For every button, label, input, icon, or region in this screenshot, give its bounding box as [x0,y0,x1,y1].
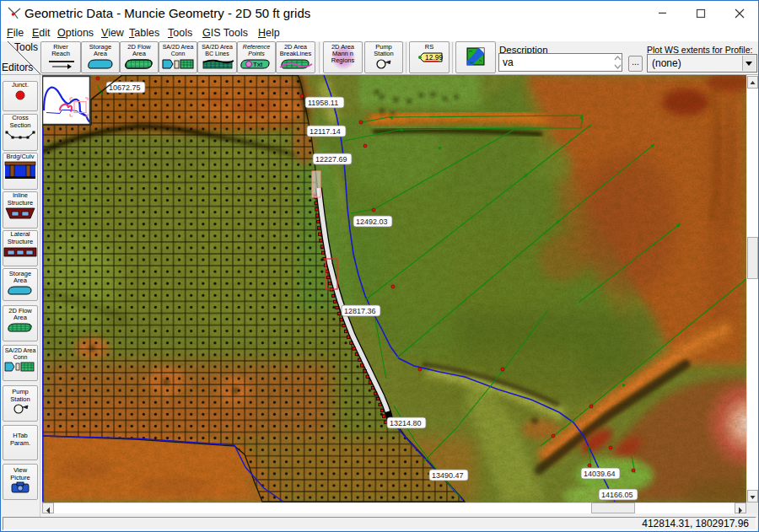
svg-text:Editors: Editors [2,62,33,73]
svg-text:12817.36: 12817.36 [344,307,376,315]
svg-text:12227.69: 12227.69 [315,155,347,164]
svg-text:14166.05: 14166.05 [601,491,633,499]
svg-text:Tools: Tools [14,41,38,53]
svg-text:13214.80: 13214.80 [390,419,422,427]
svg-text:12117.14: 12117.14 [310,127,341,136]
svg-text:Txt: Txt [253,61,263,68]
svg-text:12492.03: 12492.03 [356,218,388,226]
svg-text:11958.11: 11958.11 [308,99,338,107]
svg-text:12.99: 12.99 [425,53,444,62]
svg-text:10672.75: 10672.75 [109,83,141,92]
svg-text:14039.64: 14039.64 [584,470,616,478]
svg-text:13490.47: 13490.47 [432,471,464,480]
